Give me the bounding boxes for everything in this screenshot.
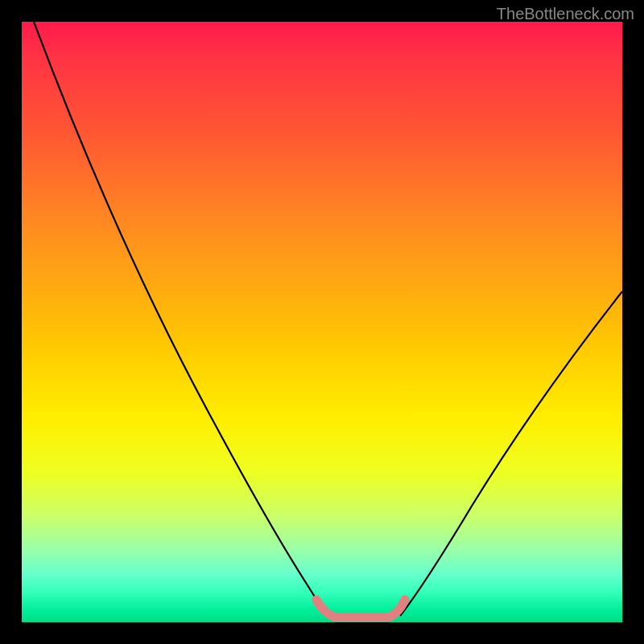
curve-left — [34, 22, 329, 616]
optimal-zone-highlight — [316, 600, 405, 617]
watermark-text: TheBottleneck.com — [497, 5, 634, 23]
chart-area — [22, 22, 622, 622]
curve-right — [400, 291, 622, 616]
curve-overlay — [22, 22, 622, 622]
